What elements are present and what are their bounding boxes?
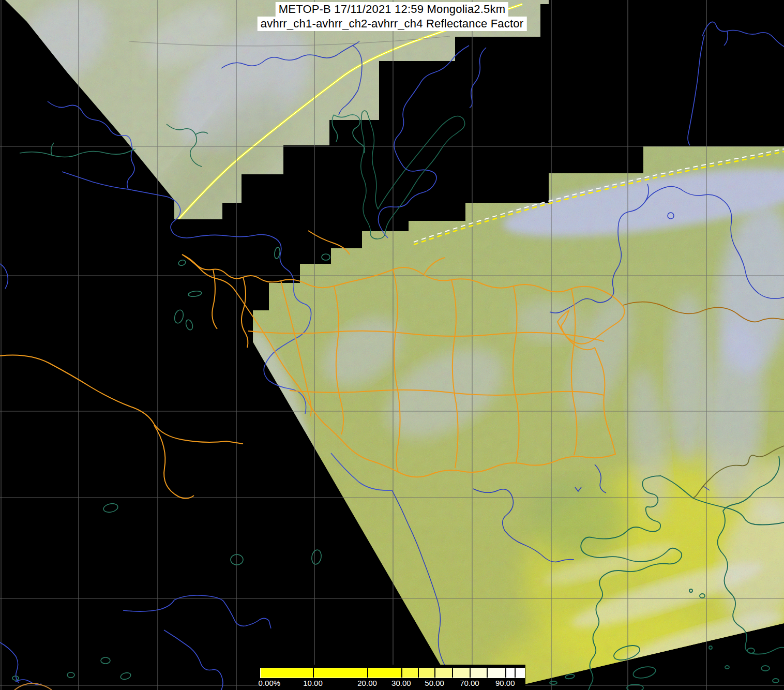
colorbar-tick-divider (313, 668, 314, 678)
colorbar-tick-divider (487, 668, 488, 678)
title-block: METOP-B 17/11/2021 12:59 Mongolia2.5km a… (258, 2, 527, 31)
island-blob (725, 666, 729, 669)
lake-blob (178, 259, 187, 266)
river-path (0, 642, 19, 683)
colorbar-tick-divider (452, 668, 453, 678)
colorbar-segment (261, 668, 313, 678)
island-blob (632, 665, 656, 680)
colorbar-bar (260, 668, 525, 678)
colorbar-segment (487, 668, 506, 678)
selenga-delta (334, 115, 365, 153)
colorbar-tick-divider (505, 668, 506, 678)
river-path (378, 46, 469, 238)
lake-baikal-outline (361, 111, 465, 239)
border-province (242, 277, 248, 348)
river-teal (20, 149, 135, 157)
colorbar-tick-divider (418, 668, 419, 678)
title-line-2: avhrr_ch1-avhrr_ch2-avhrr_ch4 Reflectanc… (258, 17, 527, 31)
island-blob (747, 648, 755, 653)
lake-blob (120, 672, 131, 681)
colorbar-tick-label: 50.00 (425, 679, 444, 687)
colorbar-segment (453, 668, 470, 678)
lake-blob (185, 319, 194, 331)
colorbar-segment (506, 668, 515, 678)
colorbar-segment (313, 668, 368, 678)
colorbar-segment (470, 668, 487, 678)
island-blob (773, 679, 779, 683)
colorbar-tick-divider (434, 668, 435, 678)
lake-blob (188, 290, 202, 297)
colorbar-tick-divider (470, 668, 471, 678)
colorbar-legend: 0.00%10.0020.0030.0050.0070.0090.00 (259, 665, 525, 690)
colorbar-tick-divider (515, 668, 516, 678)
lake-blob (67, 672, 74, 678)
colorbar-tick-label: 90.00 (495, 679, 515, 687)
colorbar-tick-label: 20.00 (357, 679, 377, 687)
river-path (702, 22, 784, 47)
map-canvas (0, 0, 784, 690)
lake-blob (231, 554, 243, 565)
lake-blob (173, 309, 185, 324)
border-corner-stub (14, 683, 52, 690)
colorbar-tick-label: 70.00 (460, 679, 479, 687)
colorbar-segment (435, 668, 453, 678)
island-blob (709, 646, 712, 649)
island-blob (550, 681, 557, 684)
island-blob (761, 666, 770, 671)
lake-blob (103, 502, 119, 513)
lake-blob (322, 254, 330, 260)
lake-blob (311, 549, 323, 565)
colorbar-segment (368, 668, 402, 678)
river-path (724, 31, 728, 46)
border-west-chain (0, 355, 243, 444)
lake-blob (101, 657, 110, 664)
island-blob (565, 673, 575, 679)
river-path (123, 595, 271, 628)
colorbar-tick-label: 10.00 (303, 679, 323, 687)
colorbar-segment (418, 668, 435, 678)
river-path (164, 630, 223, 690)
colorbar-tick-divider (401, 668, 402, 678)
colorbar-tick-divider (367, 668, 368, 678)
colorbar-tick-label: 30.00 (391, 679, 411, 687)
river-teal (51, 143, 54, 155)
satellite-map-product: METOP-B 17/11/2021 12:59 Mongolia2.5km a… (0, 0, 784, 690)
title-line-1: METOP-B 17/11/2021 12:59 Mongolia2.5km (276, 2, 508, 17)
colorbar-tick-label: 0.00% (259, 679, 281, 687)
colorbar-segment (515, 668, 524, 678)
colorbar-segment (402, 668, 418, 678)
river-path (688, 35, 704, 145)
border-south-spur (154, 425, 194, 499)
